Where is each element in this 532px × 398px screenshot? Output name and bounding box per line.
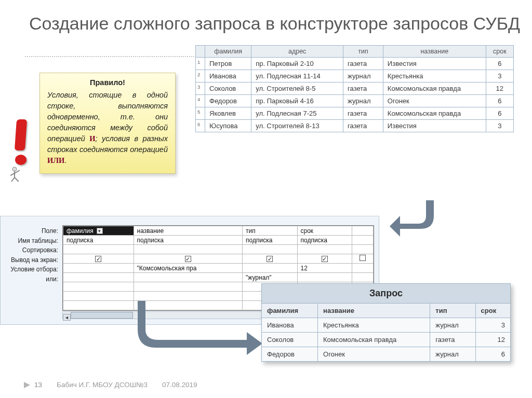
exclamation-icon <box>7 119 34 171</box>
svg-line-4 <box>11 177 15 182</box>
rule-heading: Правило! <box>47 78 168 87</box>
svg-line-3 <box>10 173 15 175</box>
rule-text: Условия, стоящие в одной строке, выполня… <box>47 90 168 166</box>
grid-cell[interactable]: тип <box>243 226 297 236</box>
arrow-icon <box>135 301 265 358</box>
svg-line-5 <box>15 177 19 182</box>
grid-cell[interactable]: название <box>134 226 242 236</box>
grid-cell[interactable] <box>63 292 134 301</box>
rule-note: Правило! Условия, стоящие в одной строке… <box>39 73 176 174</box>
grid-cell[interactable] <box>63 245 134 254</box>
grid-cell[interactable] <box>297 245 352 254</box>
page-number: 13 <box>24 381 42 389</box>
grid-cell[interactable] <box>134 273 242 282</box>
footer-author: Бабич И.Г. МБОУ ДСОШ№3 <box>57 381 148 389</box>
grid-cell[interactable]: 12 <box>297 264 352 273</box>
grid-cell[interactable]: ✓ <box>63 254 134 264</box>
grid-cell[interactable]: фамилия▾ <box>63 226 134 236</box>
stickman-icon <box>10 166 26 182</box>
grid-cell[interactable]: подписка <box>134 236 242 245</box>
arrow-icon <box>390 200 452 242</box>
grid-cell[interactable]: ✓ <box>297 254 352 264</box>
table-row: 2Ивановаул. Подлесная 11-14журналКрестья… <box>196 70 514 83</box>
svg-point-0 <box>12 167 17 171</box>
grid-cell[interactable]: ✓ <box>243 254 297 264</box>
grid-cell[interactable]: "Комсомольская пра <box>134 264 242 273</box>
footer: 13 Бабич И.Г. МБОУ ДСОШ№3 07.08.2019 <box>24 381 520 389</box>
table-row: 6Юсуповаул. Строителей 8-13газетаИзвести… <box>196 120 514 132</box>
grid-cell[interactable] <box>63 301 134 310</box>
table-row: СоколовКомсомольская правдагазета12 <box>262 333 511 347</box>
grid-cell[interactable]: подписка <box>63 236 134 245</box>
result-table: Запрос фамилия название тип срок Иванова… <box>261 283 511 362</box>
grid-cell[interactable]: "журнал" <box>243 273 297 282</box>
grid-cell[interactable] <box>297 273 352 282</box>
grid-cell[interactable] <box>134 282 242 292</box>
scroll-left-button[interactable]: ◄ <box>63 314 71 321</box>
grid-cell[interactable]: ✓ <box>134 254 242 264</box>
dropdown-icon[interactable]: ▾ <box>97 228 103 234</box>
slide-title: Создание сложного запроса в конструкторе… <box>0 0 532 34</box>
table-row: 1Петровпр. Парковый 2-10газетаИзвестия6 <box>196 58 514 70</box>
grid-cell[interactable]: подписка <box>297 236 352 245</box>
table-row: 4Федоровпр. Парковый 4-16журналОгонек6 <box>196 95 514 107</box>
divider <box>25 56 196 57</box>
table-row: ИвановаКрестьянкажурнал3 <box>262 318 511 333</box>
grid-cell[interactable] <box>134 292 242 301</box>
table-row: 5Яковлевул. Подлесная 7-25газетаКомсомол… <box>196 107 514 120</box>
designer-row-labels: Поле: Имя таблицы: Сортировка: Вывод на … <box>0 225 61 313</box>
table-row: 3Соколовул. Строителей 8-5газетаКомсомол… <box>196 83 514 95</box>
table-row: ФедоровОгонекжурнал6 <box>262 347 511 362</box>
svg-marker-6 <box>24 382 30 388</box>
grid-cell[interactable]: подписка <box>243 236 297 245</box>
grid-cell[interactable] <box>134 245 242 254</box>
source-table: фамилия адрес тип название срок 1Петровп… <box>195 45 514 132</box>
grid-cell[interactable] <box>243 264 297 273</box>
grid-cell[interactable] <box>63 264 134 273</box>
grid-cell[interactable] <box>63 273 134 282</box>
scroll-thumb[interactable] <box>71 312 133 319</box>
grid-cell[interactable]: срок <box>297 226 352 236</box>
grid-cell[interactable] <box>243 245 297 254</box>
grid-cell[interactable] <box>63 282 134 292</box>
footer-date: 07.08.2019 <box>162 381 197 389</box>
